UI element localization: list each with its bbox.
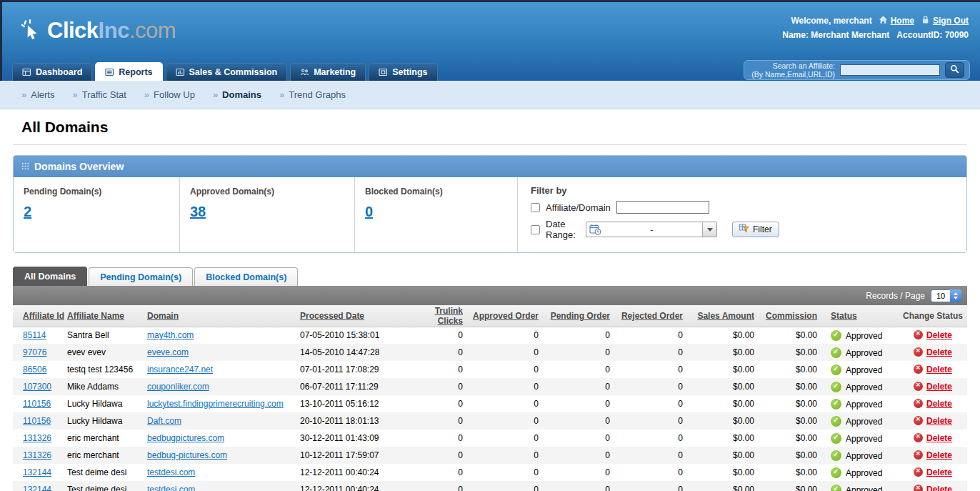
affiliate-domain-label: Affiliate/Domain	[546, 202, 611, 213]
tab-all-domains[interactable]: All Domains	[13, 267, 87, 286]
pending-order-cell: 0	[547, 430, 619, 447]
delete-link[interactable]: Delete	[926, 347, 952, 357]
pending-count-link[interactable]: 2	[24, 204, 31, 220]
status-label: Approved	[846, 434, 882, 444]
table-body: 85114 Santra Bell may4th.com 07-05-2010 …	[13, 327, 967, 491]
search-button[interactable]	[945, 62, 964, 78]
panel-body: Pending Domain(s) 2 Approved Domain(s) 3…	[14, 177, 966, 252]
stat-label: Pending Domain(s)	[24, 187, 179, 197]
filter-button[interactable]: Filter	[732, 222, 779, 237]
affiliate-id-link[interactable]: 132144	[23, 467, 51, 477]
commission-cell: $0.00	[763, 361, 826, 378]
col-approved-order[interactable]: Approved Order	[471, 305, 547, 327]
delete-link[interactable]: Delete	[926, 382, 952, 392]
domain-link[interactable]: Daft.com	[147, 416, 181, 426]
nav-tab-dashboard[interactable]: Dashboard	[12, 63, 92, 81]
col-processed-date[interactable]: Processed Date	[293, 305, 409, 327]
affiliate-id-link[interactable]: 131326	[23, 433, 51, 443]
date-range-checkbox[interactable]	[531, 225, 540, 234]
pending-order-cell: 0	[547, 395, 619, 412]
col-affiliate-id[interactable]: Affiliate Id	[13, 305, 67, 327]
trulink-clicks-cell: 0	[409, 395, 471, 412]
rejected-order-cell: 0	[619, 361, 691, 378]
records-per-page-value: 10	[931, 289, 950, 302]
domain-link[interactable]: bedbugpictures.com	[147, 433, 224, 443]
domain-link[interactable]: luckytest.findingprimerecruiting.com	[147, 399, 284, 409]
sales-amount-cell: $0.00	[691, 447, 763, 464]
approved-check-icon	[831, 382, 841, 392]
domains-overview-panel: Domains Overview Pending Domain(s) 2 App…	[13, 155, 967, 253]
col-pending-order[interactable]: Pending Order	[547, 305, 619, 327]
col-rejected-order[interactable]: Rejected Order	[619, 305, 691, 327]
approved-order-cell: 0	[471, 430, 547, 447]
commission-cell: $0.00	[763, 327, 826, 344]
table-row: 110156 Lucky Hildawa Daft.com 20-10-2011…	[13, 412, 967, 430]
subnav-item-domains[interactable]: »Domains	[213, 89, 261, 100]
sign-out-link[interactable]: Sign Out	[921, 15, 969, 26]
delete-link[interactable]: Delete	[926, 416, 952, 426]
domain-link[interactable]: bedbug-pictures.com	[147, 450, 227, 460]
approved-check-icon	[831, 467, 841, 478]
delete-link[interactable]: Delete	[926, 485, 952, 491]
date-range-value: -	[601, 224, 702, 235]
subnav-item-traffic-stat[interactable]: »Traffic Stat	[72, 89, 126, 100]
col-sales-amount[interactable]: Sales Amount	[691, 305, 763, 327]
processed-date-cell: 13-10-2011 05:16:12	[293, 395, 409, 412]
status-label: Approved	[846, 400, 882, 410]
clickinc-logo[interactable]: ClickInc.com	[20, 18, 176, 44]
tab-blocked-domains[interactable]: Blocked Domain(s)	[194, 267, 298, 286]
delete-link[interactable]: Delete	[926, 330, 952, 340]
nav-tab-settings[interactable]: Settings	[369, 63, 437, 81]
domain-link[interactable]: eveve.com	[147, 347, 189, 357]
delete-link[interactable]: Delete	[926, 364, 952, 375]
date-range-dropdown[interactable]: -	[586, 222, 717, 237]
subnav-item-trend-graphs[interactable]: »Trend Graphs	[279, 89, 346, 100]
col-affiliate-name[interactable]: Affiliate Name	[67, 305, 147, 327]
affiliate-name-cell: eric merchant	[67, 430, 147, 447]
nav-tab-reports[interactable]: Reports	[95, 62, 162, 81]
col-commission[interactable]: Commission	[763, 305, 826, 327]
affiliate-domain-input[interactable]	[616, 201, 709, 214]
domain-link[interactable]: testdesi.com	[147, 467, 195, 477]
affiliate-id-link[interactable]: 131326	[23, 450, 51, 460]
approved-count-link[interactable]: 38	[190, 204, 206, 220]
affiliate-id-link[interactable]: 86506	[23, 364, 46, 375]
trulink-clicks-cell: 0	[409, 447, 471, 464]
commission-cell: $0.00	[763, 378, 826, 395]
delete-x-icon	[914, 330, 923, 339]
subnav-item-alerts[interactable]: »Alerts	[21, 89, 54, 100]
domain-link[interactable]: couponliker.com	[147, 382, 209, 392]
subnav-item-follow-up[interactable]: »Follow Up	[144, 89, 195, 100]
processed-date-cell: 12-12-2011 00:40:24	[293, 481, 409, 491]
affiliate-id-link[interactable]: 132144	[23, 485, 51, 491]
dropdown-arrow-button[interactable]	[702, 222, 716, 237]
domain-link[interactable]: insurance247.net	[147, 364, 213, 375]
nav-tab-marketing[interactable]: Marketing	[290, 63, 366, 81]
processed-date-cell: 07-05-2010 15:38:01	[293, 327, 409, 344]
delete-x-icon	[914, 450, 923, 460]
search-input[interactable]	[840, 64, 940, 76]
delete-link[interactable]: Delete	[926, 433, 952, 443]
col-domain[interactable]: Domain	[147, 305, 293, 327]
nav-tab-sales-commission[interactable]: Sales & Commission	[166, 63, 288, 81]
delete-link[interactable]: Delete	[926, 399, 952, 409]
col-trulink-clicks[interactable]: Trulink Clicks	[409, 305, 471, 327]
affiliate-id-link[interactable]: 110156	[23, 416, 51, 426]
affiliate-id-link[interactable]: 107300	[23, 382, 51, 392]
col-status[interactable]: Status	[826, 305, 899, 327]
records-per-page-select[interactable]: 10	[931, 289, 961, 302]
affiliate-id-link[interactable]: 110156	[23, 399, 51, 409]
affiliate-id-link[interactable]: 85114	[23, 330, 46, 340]
user-info: Welcome, merchant Home Sign Out Name: Me…	[782, 15, 969, 40]
tab-pending-domains[interactable]: Pending Domain(s)	[89, 267, 193, 286]
delete-link[interactable]: Delete	[926, 450, 952, 460]
affiliate-id-link[interactable]: 97076	[23, 347, 46, 357]
status-label: Approved	[846, 468, 882, 478]
home-link[interactable]: Home	[879, 15, 914, 26]
blocked-count-link[interactable]: 0	[365, 204, 373, 220]
pending-order-cell: 0	[547, 447, 619, 464]
delete-link[interactable]: Delete	[926, 467, 952, 477]
domain-link[interactable]: testdesi.com	[147, 485, 195, 491]
affiliate-domain-checkbox[interactable]	[531, 203, 540, 212]
domain-link[interactable]: may4th.com	[147, 330, 194, 340]
